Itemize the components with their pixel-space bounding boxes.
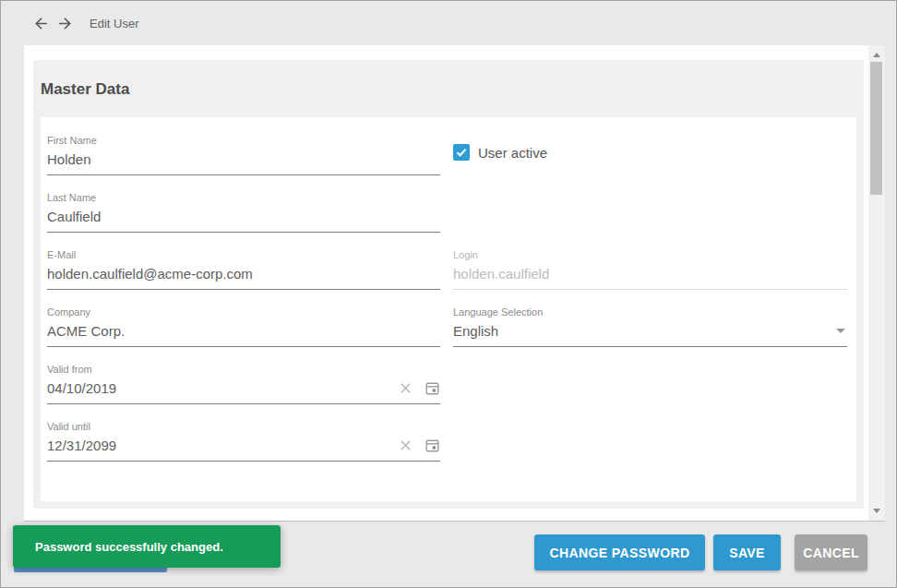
user-active-cell: User active (453, 130, 847, 187)
valid-from-label: Valid from (47, 364, 440, 377)
login-label: Login (453, 249, 847, 262)
language-selection-value[interactable]: English (453, 323, 836, 339)
success-toast: Password successfully changed. (13, 525, 281, 568)
vertical-scrollbar[interactable] (868, 45, 885, 521)
company-input[interactable]: ACME Corp. (47, 323, 440, 339)
user-active-checkbox[interactable] (453, 144, 470, 161)
page-title: Edit User (90, 17, 138, 30)
last-name-field[interactable]: Last Name Caulfield (47, 187, 440, 245)
login-field: Login holden.caulfield (453, 245, 847, 302)
company-field[interactable]: Company ACME Corp. (47, 302, 440, 359)
empty-cell (453, 187, 847, 245)
clear-icon[interactable] (399, 381, 413, 395)
first-name-label: First Name (47, 135, 440, 148)
login-input: holden.caulfield (453, 266, 847, 282)
valid-until-label: Valid until (47, 421, 440, 434)
scroll-down-icon[interactable] (873, 509, 880, 513)
valid-from-input[interactable]: 04/10/2019 (47, 380, 399, 396)
content-card: Master Data First Name Holden User activ… (24, 45, 885, 522)
check-icon (455, 146, 468, 159)
save-button[interactable]: SAVE (713, 534, 781, 570)
back-arrow-icon[interactable] (32, 15, 50, 32)
clear-icon[interactable] (399, 438, 413, 452)
language-selection-label: Language Selection (453, 306, 847, 319)
scrollbar-thumb[interactable] (870, 62, 882, 195)
first-name-input[interactable]: Holden (47, 151, 440, 167)
master-data-section: Master Data First Name Holden User activ… (33, 60, 864, 509)
user-form-panel: First Name Holden User active Last (41, 117, 856, 501)
top-navigation-bar: Edit User (1, 1, 896, 45)
user-active-checkbox-row[interactable]: User active (453, 144, 847, 161)
user-active-label: User active (478, 145, 547, 161)
calendar-icon[interactable] (425, 438, 440, 453)
email-field[interactable]: E-Mail holden.caulfield@acme-corp.com (47, 245, 440, 302)
forward-arrow-icon[interactable] (56, 15, 74, 32)
email-label: E-Mail (47, 249, 440, 262)
section-title: Master Data (41, 80, 129, 99)
chevron-down-icon[interactable] (836, 329, 845, 333)
footer-action-buttons: CHANGE PASSWORD SAVE CANCEL (534, 534, 867, 570)
valid-from-field[interactable]: Valid from 04/10/2019 (47, 359, 440, 416)
empty-cell (453, 416, 847, 474)
empty-cell (453, 359, 847, 416)
scroll-up-icon[interactable] (873, 53, 880, 57)
company-label: Company (47, 306, 440, 319)
valid-until-input[interactable]: 12/31/2099 (47, 438, 399, 453)
change-password-button[interactable]: CHANGE PASSWORD (534, 534, 705, 570)
last-name-label: Last Name (47, 192, 440, 205)
valid-until-field[interactable]: Valid until 12/31/2099 (47, 416, 440, 474)
language-selection-field[interactable]: Language Selection English (453, 302, 847, 359)
email-input[interactable]: holden.caulfield@acme-corp.com (47, 266, 440, 282)
toast-message: Password successfully changed. (35, 540, 223, 554)
last-name-input[interactable]: Caulfield (47, 209, 440, 224)
cancel-button[interactable]: CANCEL (795, 534, 867, 570)
first-name-field[interactable]: First Name Holden (47, 130, 440, 187)
calendar-icon[interactable] (425, 380, 440, 396)
